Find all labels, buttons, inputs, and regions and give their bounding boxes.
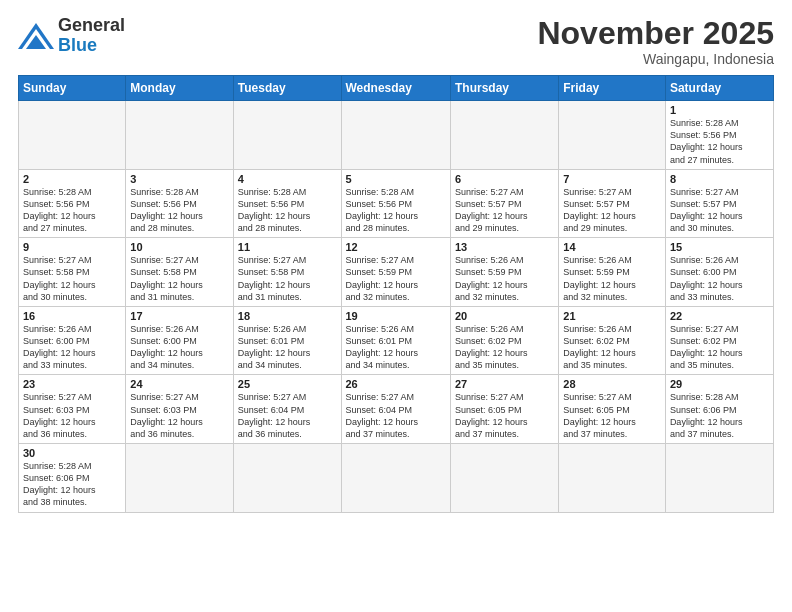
calendar-cell: 11Sunrise: 5:27 AM Sunset: 5:58 PM Dayli… bbox=[233, 238, 341, 307]
day-number: 21 bbox=[563, 310, 661, 322]
calendar-cell bbox=[559, 444, 666, 513]
weekday-header: Monday bbox=[126, 76, 233, 101]
calendar-header-row: SundayMondayTuesdayWednesdayThursdayFrid… bbox=[19, 76, 774, 101]
day-number: 20 bbox=[455, 310, 554, 322]
calendar-cell: 21Sunrise: 5:26 AM Sunset: 6:02 PM Dayli… bbox=[559, 306, 666, 375]
calendar-cell: 26Sunrise: 5:27 AM Sunset: 6:04 PM Dayli… bbox=[341, 375, 450, 444]
calendar-cell: 19Sunrise: 5:26 AM Sunset: 6:01 PM Dayli… bbox=[341, 306, 450, 375]
weekday-header: Thursday bbox=[450, 76, 558, 101]
day-info: Sunrise: 5:27 AM Sunset: 5:57 PM Dayligh… bbox=[670, 186, 769, 235]
calendar-week-row: 23Sunrise: 5:27 AM Sunset: 6:03 PM Dayli… bbox=[19, 375, 774, 444]
day-number: 9 bbox=[23, 241, 121, 253]
day-number: 22 bbox=[670, 310, 769, 322]
day-info: Sunrise: 5:26 AM Sunset: 6:00 PM Dayligh… bbox=[23, 323, 121, 372]
day-number: 26 bbox=[346, 378, 446, 390]
day-info: Sunrise: 5:27 AM Sunset: 5:59 PM Dayligh… bbox=[346, 254, 446, 303]
logo-text: General Blue bbox=[58, 16, 125, 56]
logo-icon bbox=[18, 21, 54, 51]
day-info: Sunrise: 5:26 AM Sunset: 6:02 PM Dayligh… bbox=[455, 323, 554, 372]
calendar-cell: 12Sunrise: 5:27 AM Sunset: 5:59 PM Dayli… bbox=[341, 238, 450, 307]
day-number: 15 bbox=[670, 241, 769, 253]
header: General Blue November 2025 Waingapu, Ind… bbox=[18, 16, 774, 67]
day-number: 13 bbox=[455, 241, 554, 253]
day-number: 19 bbox=[346, 310, 446, 322]
calendar-cell: 20Sunrise: 5:26 AM Sunset: 6:02 PM Dayli… bbox=[450, 306, 558, 375]
day-info: Sunrise: 5:28 AM Sunset: 5:56 PM Dayligh… bbox=[23, 186, 121, 235]
calendar-cell: 7Sunrise: 5:27 AM Sunset: 5:57 PM Daylig… bbox=[559, 169, 666, 238]
calendar-cell: 10Sunrise: 5:27 AM Sunset: 5:58 PM Dayli… bbox=[126, 238, 233, 307]
calendar-cell: 5Sunrise: 5:28 AM Sunset: 5:56 PM Daylig… bbox=[341, 169, 450, 238]
day-info: Sunrise: 5:26 AM Sunset: 6:01 PM Dayligh… bbox=[346, 323, 446, 372]
calendar-cell: 25Sunrise: 5:27 AM Sunset: 6:04 PM Dayli… bbox=[233, 375, 341, 444]
month-title: November 2025 bbox=[537, 16, 774, 51]
calendar-cell bbox=[559, 101, 666, 170]
logo: General Blue bbox=[18, 16, 125, 56]
calendar-cell: 2Sunrise: 5:28 AM Sunset: 5:56 PM Daylig… bbox=[19, 169, 126, 238]
day-number: 24 bbox=[130, 378, 228, 390]
day-number: 27 bbox=[455, 378, 554, 390]
day-info: Sunrise: 5:27 AM Sunset: 6:02 PM Dayligh… bbox=[670, 323, 769, 372]
day-info: Sunrise: 5:27 AM Sunset: 5:58 PM Dayligh… bbox=[238, 254, 337, 303]
day-number: 23 bbox=[23, 378, 121, 390]
day-number: 8 bbox=[670, 173, 769, 185]
calendar-cell bbox=[233, 444, 341, 513]
weekday-header: Tuesday bbox=[233, 76, 341, 101]
calendar-cell bbox=[126, 444, 233, 513]
weekday-header: Sunday bbox=[19, 76, 126, 101]
day-info: Sunrise: 5:27 AM Sunset: 6:05 PM Dayligh… bbox=[563, 391, 661, 440]
day-info: Sunrise: 5:27 AM Sunset: 6:04 PM Dayligh… bbox=[346, 391, 446, 440]
day-info: Sunrise: 5:26 AM Sunset: 5:59 PM Dayligh… bbox=[563, 254, 661, 303]
calendar-week-row: 9Sunrise: 5:27 AM Sunset: 5:58 PM Daylig… bbox=[19, 238, 774, 307]
calendar-cell bbox=[665, 444, 773, 513]
weekday-header: Wednesday bbox=[341, 76, 450, 101]
calendar-cell: 29Sunrise: 5:28 AM Sunset: 6:06 PM Dayli… bbox=[665, 375, 773, 444]
calendar-cell: 27Sunrise: 5:27 AM Sunset: 6:05 PM Dayli… bbox=[450, 375, 558, 444]
day-number: 11 bbox=[238, 241, 337, 253]
weekday-header: Friday bbox=[559, 76, 666, 101]
calendar-cell bbox=[341, 101, 450, 170]
calendar-cell: 16Sunrise: 5:26 AM Sunset: 6:00 PM Dayli… bbox=[19, 306, 126, 375]
day-number: 1 bbox=[670, 104, 769, 116]
day-number: 6 bbox=[455, 173, 554, 185]
calendar-cell: 24Sunrise: 5:27 AM Sunset: 6:03 PM Dayli… bbox=[126, 375, 233, 444]
weekday-header: Saturday bbox=[665, 76, 773, 101]
calendar-cell: 6Sunrise: 5:27 AM Sunset: 5:57 PM Daylig… bbox=[450, 169, 558, 238]
day-info: Sunrise: 5:28 AM Sunset: 5:56 PM Dayligh… bbox=[130, 186, 228, 235]
day-info: Sunrise: 5:26 AM Sunset: 6:00 PM Dayligh… bbox=[130, 323, 228, 372]
day-number: 7 bbox=[563, 173, 661, 185]
day-number: 30 bbox=[23, 447, 121, 459]
day-info: Sunrise: 5:27 AM Sunset: 6:05 PM Dayligh… bbox=[455, 391, 554, 440]
calendar-cell: 22Sunrise: 5:27 AM Sunset: 6:02 PM Dayli… bbox=[665, 306, 773, 375]
location: Waingapu, Indonesia bbox=[537, 51, 774, 67]
calendar-cell bbox=[126, 101, 233, 170]
day-info: Sunrise: 5:28 AM Sunset: 6:06 PM Dayligh… bbox=[23, 460, 121, 509]
day-info: Sunrise: 5:26 AM Sunset: 6:00 PM Dayligh… bbox=[670, 254, 769, 303]
day-number: 28 bbox=[563, 378, 661, 390]
day-info: Sunrise: 5:27 AM Sunset: 5:58 PM Dayligh… bbox=[130, 254, 228, 303]
calendar-cell: 15Sunrise: 5:26 AM Sunset: 6:00 PM Dayli… bbox=[665, 238, 773, 307]
calendar-cell: 1Sunrise: 5:28 AM Sunset: 5:56 PM Daylig… bbox=[665, 101, 773, 170]
day-number: 5 bbox=[346, 173, 446, 185]
day-info: Sunrise: 5:27 AM Sunset: 6:03 PM Dayligh… bbox=[23, 391, 121, 440]
day-number: 4 bbox=[238, 173, 337, 185]
calendar-cell: 14Sunrise: 5:26 AM Sunset: 5:59 PM Dayli… bbox=[559, 238, 666, 307]
day-number: 18 bbox=[238, 310, 337, 322]
day-info: Sunrise: 5:28 AM Sunset: 6:06 PM Dayligh… bbox=[670, 391, 769, 440]
day-number: 3 bbox=[130, 173, 228, 185]
day-number: 25 bbox=[238, 378, 337, 390]
day-info: Sunrise: 5:27 AM Sunset: 6:03 PM Dayligh… bbox=[130, 391, 228, 440]
calendar-cell: 23Sunrise: 5:27 AM Sunset: 6:03 PM Dayli… bbox=[19, 375, 126, 444]
day-info: Sunrise: 5:26 AM Sunset: 5:59 PM Dayligh… bbox=[455, 254, 554, 303]
day-info: Sunrise: 5:28 AM Sunset: 5:56 PM Dayligh… bbox=[670, 117, 769, 166]
day-number: 14 bbox=[563, 241, 661, 253]
day-number: 12 bbox=[346, 241, 446, 253]
day-number: 16 bbox=[23, 310, 121, 322]
calendar-week-row: 30Sunrise: 5:28 AM Sunset: 6:06 PM Dayli… bbox=[19, 444, 774, 513]
logo-line1: General bbox=[58, 16, 125, 36]
calendar-week-row: 1Sunrise: 5:28 AM Sunset: 5:56 PM Daylig… bbox=[19, 101, 774, 170]
calendar-cell: 30Sunrise: 5:28 AM Sunset: 6:06 PM Dayli… bbox=[19, 444, 126, 513]
calendar-cell: 9Sunrise: 5:27 AM Sunset: 5:58 PM Daylig… bbox=[19, 238, 126, 307]
day-info: Sunrise: 5:26 AM Sunset: 6:02 PM Dayligh… bbox=[563, 323, 661, 372]
calendar-cell: 17Sunrise: 5:26 AM Sunset: 6:00 PM Dayli… bbox=[126, 306, 233, 375]
calendar-week-row: 2Sunrise: 5:28 AM Sunset: 5:56 PM Daylig… bbox=[19, 169, 774, 238]
